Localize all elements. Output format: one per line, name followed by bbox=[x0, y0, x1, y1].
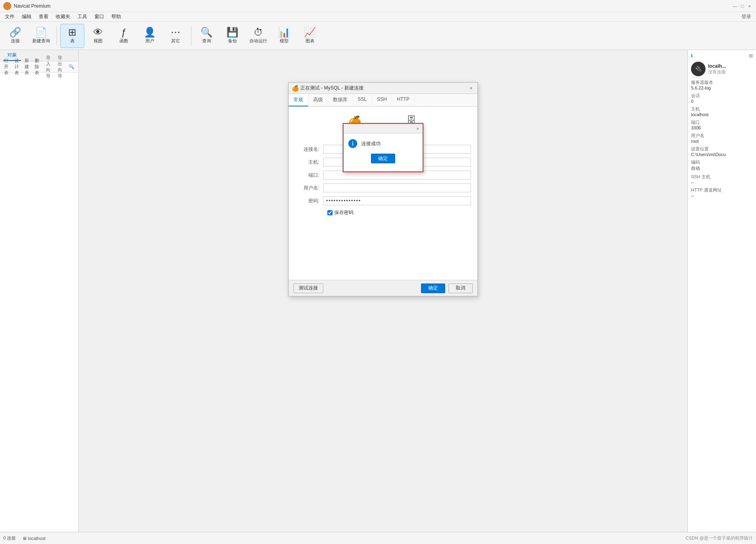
toolbar-sep-1 bbox=[57, 26, 57, 46]
cancel-button[interactable]: 取消 bbox=[448, 283, 473, 293]
panel-settings-icon[interactable]: ⊟ bbox=[749, 53, 753, 58]
host-label: 主机: bbox=[295, 159, 323, 166]
model-icon: 📊 bbox=[278, 27, 290, 37]
connection-info: localh... 没有连接 bbox=[708, 63, 726, 75]
toolbar-model[interactable]: 📊 模型 bbox=[272, 24, 296, 48]
action-export[interactable]: 导出向导 bbox=[54, 54, 65, 80]
password-row: 密码: •••••••••••••• bbox=[295, 196, 471, 205]
server-version-label: 服务器版本 bbox=[691, 79, 753, 85]
connection-dialog-tabs: 常规 高级 数据库 SSL SSH HTTP bbox=[289, 94, 477, 106]
action-delete-table[interactable]: 删除表 bbox=[32, 57, 42, 77]
encoding-value: 自动 bbox=[691, 165, 753, 171]
title-bar: Navicat Premium — □ × bbox=[0, 0, 756, 12]
toolbar-other[interactable]: ⋯ 其它 bbox=[163, 24, 188, 48]
close-button[interactable]: × bbox=[746, 3, 753, 9]
session-label: 会话 bbox=[691, 93, 753, 99]
username-info-row: 用户名 root bbox=[691, 133, 753, 144]
menu-edit[interactable]: 编辑 bbox=[19, 13, 35, 21]
search-button[interactable]: 🔍 bbox=[66, 63, 77, 70]
login-button[interactable]: 登录 bbox=[738, 13, 754, 21]
tab-general[interactable]: 常规 bbox=[289, 94, 308, 106]
server-version-value: 5.6.22-log bbox=[691, 85, 753, 90]
session-row: 会话 0 bbox=[691, 93, 753, 104]
success-popup-body: i 连接成功 bbox=[343, 133, 423, 154]
toolbar-table[interactable]: ⊞ 表 bbox=[60, 24, 84, 48]
save-location-label: 设置位置 bbox=[691, 146, 753, 152]
toolbar-connect[interactable]: 🔗 连接 bbox=[3, 24, 27, 48]
toolbar-chart[interactable]: 📈 图表 bbox=[298, 24, 322, 48]
http-tunnel-row: HTTP 通道网址 -- bbox=[691, 187, 753, 198]
toolbar-backup[interactable]: 💾 备份 bbox=[220, 24, 245, 48]
left-panel: 对象 打开表 设计表 新建表 删除表 导入向导 导出向导 🔍 bbox=[0, 50, 79, 532]
panel-info-icon[interactable]: ℹ bbox=[691, 53, 693, 58]
connection-count: 0 连接 bbox=[3, 535, 16, 541]
dialog-close-button[interactable]: × bbox=[468, 85, 474, 92]
minimize-button[interactable]: — bbox=[732, 3, 738, 9]
tab-ssl[interactable]: SSL bbox=[353, 94, 372, 106]
query-icon: 🔍 bbox=[201, 27, 213, 37]
main-area: 🍊 正在测试 - MySQL - 新建连接 × 常规 高级 数据库 SSL SS… bbox=[79, 50, 687, 532]
menu-window[interactable]: 窗口 bbox=[91, 13, 107, 21]
port-info-row: 端口 3306 bbox=[691, 119, 753, 130]
toolbar: 🔗 连接 📄 新建查询 ⊞ 表 👁 视图 ƒ 函数 👤 用户 ⋯ 其它 🔍 查询… bbox=[0, 22, 756, 50]
menu-help[interactable]: 帮助 bbox=[108, 13, 124, 21]
success-popup-close-button[interactable]: × bbox=[415, 125, 421, 132]
toolbar-user[interactable]: 👤 用户 bbox=[138, 24, 162, 48]
backup-icon: 💾 bbox=[226, 27, 239, 37]
menu-favorites[interactable]: 收藏夹 bbox=[52, 13, 73, 21]
connection-dialog-titlebar: 🍊 正在测试 - MySQL - 新建连接 × bbox=[289, 83, 477, 94]
menu-tools[interactable]: 工具 bbox=[74, 13, 90, 21]
toolbar-sep-2 bbox=[191, 26, 191, 46]
right-panel: ℹ ⊟ 🔌 localh... 没有连接 服务器版本 5.6.22-log 会话… bbox=[687, 50, 756, 532]
host-info-label: 主机 bbox=[691, 106, 753, 112]
action-new-table[interactable]: 新建表 bbox=[22, 57, 31, 77]
save-password-checkbox[interactable] bbox=[327, 210, 333, 215]
action-design-table[interactable]: 设计表 bbox=[12, 57, 21, 77]
port-label: 端口: bbox=[295, 172, 323, 179]
host-info-row: 主机 localhost bbox=[691, 106, 753, 117]
toolbar-autorun[interactable]: ⏱ 自动运行 bbox=[246, 24, 270, 48]
test-connection-button[interactable]: 测试连接 bbox=[293, 283, 323, 293]
autorun-icon: ⏱ bbox=[253, 27, 263, 37]
info-circle-icon: i bbox=[348, 139, 357, 148]
tab-http[interactable]: HTTP bbox=[392, 94, 415, 106]
status-bar-right: CSDN @是一个双子座的程序猿计 bbox=[686, 535, 753, 541]
menu-bar: 文件 编辑 查看 收藏夹 工具 窗口 帮助 登录 bbox=[0, 12, 756, 22]
port-info-label: 端口 bbox=[691, 119, 753, 125]
tab-ssh[interactable]: SSH bbox=[372, 94, 392, 106]
toolbar-query[interactable]: 🔍 查询 bbox=[195, 24, 219, 48]
ssh-host-label: SSH 主机 bbox=[691, 174, 753, 180]
action-open-table[interactable]: 打开表 bbox=[2, 57, 11, 77]
avatar-icon: 🔌 bbox=[695, 66, 702, 72]
username-info-label: 用户名 bbox=[691, 133, 753, 139]
view-icon: 👁 bbox=[93, 27, 103, 37]
port-info-value: 3306 bbox=[691, 125, 753, 130]
password-input[interactable]: •••••••••••••• bbox=[323, 196, 471, 205]
connection-dialog-footer: 测试连接 确定 取消 bbox=[289, 280, 477, 296]
connection-dialog: 🍊 正在测试 - MySQL - 新建连接 × 常规 高级 数据库 SSL SS… bbox=[288, 82, 478, 296]
host-info-value: localhost bbox=[691, 112, 753, 117]
maximize-button[interactable]: □ bbox=[739, 3, 746, 9]
menu-file[interactable]: 文件 bbox=[2, 13, 18, 21]
title-bar-controls: — □ × bbox=[732, 3, 753, 9]
new-query-icon: 📄 bbox=[35, 27, 47, 37]
ok-button[interactable]: 确定 bbox=[421, 283, 445, 293]
title-bar-left: Navicat Premium bbox=[3, 2, 50, 10]
encoding-row: 编码 自动 bbox=[691, 159, 753, 171]
tab-advanced[interactable]: 高级 bbox=[308, 94, 328, 106]
toolbar-view[interactable]: 👁 视图 bbox=[86, 24, 110, 48]
action-import[interactable]: 导入向导 bbox=[43, 54, 54, 80]
toolbar-function[interactable]: ƒ 函数 bbox=[112, 24, 136, 48]
function-icon: ƒ bbox=[121, 27, 126, 37]
table-icon: ⊞ bbox=[68, 27, 76, 37]
tab-database[interactable]: 数据库 bbox=[328, 94, 353, 106]
dialog-navicat-icon: 🍊 bbox=[292, 85, 299, 92]
app-logo bbox=[3, 2, 11, 10]
user-icon: 👤 bbox=[144, 27, 156, 37]
username-input[interactable] bbox=[323, 183, 471, 192]
success-message: 连接成功 bbox=[361, 140, 381, 147]
ssh-host-value: -- bbox=[691, 180, 753, 185]
menu-view[interactable]: 查看 bbox=[36, 13, 52, 21]
success-ok-button[interactable]: 确定 bbox=[371, 154, 395, 163]
toolbar-new-query[interactable]: 📄 新建查询 bbox=[29, 24, 53, 48]
